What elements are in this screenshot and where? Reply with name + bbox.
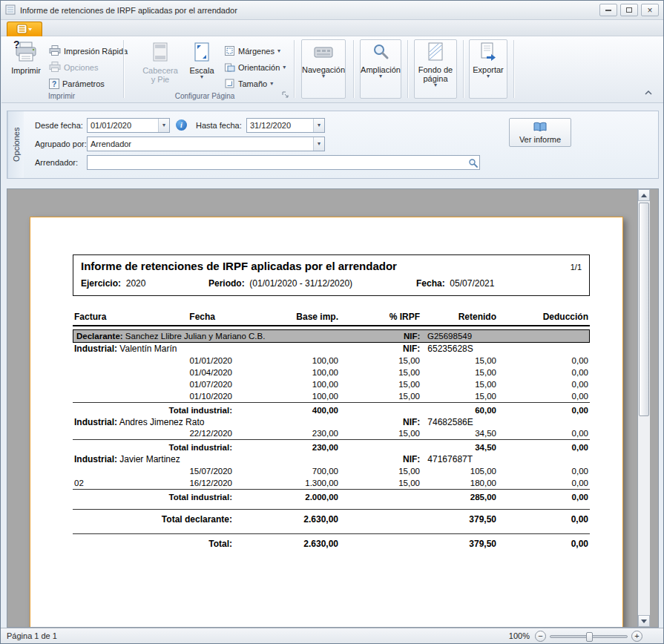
minimize-icon xyxy=(605,10,611,11)
declarante-name: Sanchez Llibre Julian y Mariano C.B. xyxy=(125,332,266,341)
dialog-launcher-icon[interactable] xyxy=(282,91,289,99)
cabecera-label-2: y Pie xyxy=(151,75,169,84)
zoom-out-button[interactable]: − xyxy=(535,631,546,642)
fondo-pagina-button[interactable]: Fondo de página ▾ xyxy=(414,39,457,99)
orientacion-button[interactable]: Orientación ▾ xyxy=(224,60,286,75)
margenes-button[interactable]: Márgenes ▾ xyxy=(224,44,280,59)
data-row: 15/07/2020 700,00 15,00 105,00 0,00 xyxy=(73,465,590,477)
group-divider xyxy=(294,40,295,98)
group-divider xyxy=(407,40,408,98)
agrupado-combo[interactable]: Arrendador ▾ xyxy=(87,137,325,151)
fecha-value: 05/07/2021 xyxy=(450,278,494,289)
industrial-name: Valentín Marín xyxy=(119,344,177,354)
opciones-label: Opciones xyxy=(64,63,98,72)
nif-label: NIF: xyxy=(403,417,420,427)
col-fecha: Fecha xyxy=(128,311,234,326)
zoom-level: 100% xyxy=(509,631,530,640)
industrial-row: Industrial: Javier Martinez NIF: 4716768… xyxy=(73,453,590,465)
total-industrial-row: Total industrial: 230,00 34,50 0,00 xyxy=(73,440,590,454)
data-row: 01/10/2020 100,00 15,00 15,00 0,00 xyxy=(73,390,590,402)
hasta-fecha-dropdown[interactable]: ▾ xyxy=(313,119,324,132)
report-icon xyxy=(533,122,547,134)
info-icon[interactable]: i xyxy=(176,119,187,131)
desde-fecha-combo[interactable]: 01/01/2020 ▾ xyxy=(87,118,170,133)
collapse-ribbon-button[interactable] xyxy=(642,87,655,98)
ver-informe-label: Ver informe xyxy=(519,135,561,144)
periodo-value: (01/01/2020 - 31/12/2020) xyxy=(249,278,352,289)
preview-area: Informe de retenciones de IRPF aplicadas… xyxy=(7,188,659,628)
scrollbar-thumb[interactable] xyxy=(639,203,649,416)
export-icon xyxy=(479,42,497,63)
orientation-icon xyxy=(224,62,235,74)
vertical-scrollbar[interactable] xyxy=(637,189,650,627)
scroll-down-button[interactable] xyxy=(638,615,650,627)
close-button[interactable]: × xyxy=(641,4,659,16)
cabecera-pie-button[interactable]: Cabecera y Pie xyxy=(139,39,181,91)
nif-label: NIF: xyxy=(404,332,420,341)
agrupado-value: Arrendador xyxy=(88,137,313,151)
imprimir-button[interactable]: ? Imprimir xyxy=(6,39,46,91)
scale-icon xyxy=(193,42,211,64)
zoom-slider-thumb[interactable] xyxy=(586,632,593,642)
options-panel: Opciones Desde fecha: 01/01/2020 ▾ i Has… xyxy=(7,111,659,179)
ampliacion-button[interactable]: Ampliación ▾ xyxy=(360,39,401,99)
app-menu-button[interactable] xyxy=(7,22,42,36)
parametros-label: Parámetros xyxy=(62,79,105,88)
search-icon[interactable] xyxy=(467,157,479,168)
maximize-button[interactable] xyxy=(620,4,638,16)
impresion-rapida-button[interactable]: Impresión Rápida xyxy=(49,44,128,59)
table-header-row: Factura Fecha Base imp. % IRPF Retenido … xyxy=(73,311,590,326)
industrial-row: Industrial: Andres Jimenez Rato NIF: 746… xyxy=(73,416,590,428)
window-icon xyxy=(5,4,16,16)
spacer-row xyxy=(73,503,590,510)
parameters-icon: ? xyxy=(49,79,59,89)
spacer-row xyxy=(73,527,590,533)
scroll-up-button[interactable] xyxy=(638,189,650,201)
group-divider xyxy=(353,40,354,98)
margenes-label: Márgenes xyxy=(238,47,275,56)
titlebar: Informe de retenciones de IRPF aplicadas… xyxy=(1,1,663,20)
size-icon xyxy=(224,78,235,91)
page-background-icon xyxy=(427,42,444,63)
grand-total-row: Total: 2.630,00 379,50 0,00 xyxy=(73,533,590,551)
parametros-button[interactable]: ? Parámetros xyxy=(49,76,105,91)
data-row: 22/12/2020 230,00 15,00 34,50 0,00 xyxy=(73,428,590,440)
opciones-button[interactable]: Opciones xyxy=(49,60,98,75)
options-tab[interactable]: Opciones xyxy=(7,111,24,178)
imprimir-group-caption: Imprimir xyxy=(1,92,122,100)
desde-fecha-value: 01/01/2020 xyxy=(88,119,158,132)
col-factura: Factura xyxy=(73,311,128,326)
zoom-slider[interactable] xyxy=(550,635,628,638)
report-page: Informe de retenciones de IRPF aplicadas… xyxy=(30,217,623,628)
col-retenido: Retenido xyxy=(421,311,498,326)
arrendador-input[interactable] xyxy=(87,155,480,170)
hasta-fecha-combo[interactable]: 31/12/2020 ▾ xyxy=(246,118,325,133)
ejercicio-value: 2020 xyxy=(126,278,146,289)
col-base: Base imp. xyxy=(234,311,340,326)
dropdown-arrow-icon: ▾ xyxy=(434,83,437,88)
arrow-down-icon xyxy=(641,620,647,623)
exportar-button[interactable]: Exportar ▾ xyxy=(469,39,507,99)
tamano-button[interactable]: Tamaño ▾ xyxy=(224,76,273,91)
zoom-in-button[interactable]: + xyxy=(631,631,642,642)
window-title: Informe de retenciones de IRPF aplicadas… xyxy=(20,6,596,15)
escala-button[interactable]: Escala ▾ xyxy=(184,39,220,91)
industrial-name: Javier Martinez xyxy=(119,454,180,464)
print-options-icon xyxy=(49,62,61,73)
agrupado-dropdown[interactable]: ▾ xyxy=(313,137,324,151)
header-footer-icon xyxy=(151,42,169,64)
ver-informe-button[interactable]: Ver informe xyxy=(509,118,571,147)
navegacion-button[interactable]: Navegación ▾ xyxy=(301,39,346,99)
navigation-icon xyxy=(313,42,334,63)
ejercicio-label: Ejercicio: xyxy=(81,278,121,289)
quick-print-icon xyxy=(49,45,61,57)
industrial-label: Industrial: xyxy=(74,454,117,464)
desde-fecha-dropdown[interactable]: ▾ xyxy=(158,119,169,132)
industrial-nif: 65235628S xyxy=(427,344,473,354)
dropdown-arrow-icon: ▾ xyxy=(162,123,165,128)
industrial-name: Andres Jimenez Rato xyxy=(119,417,205,427)
impresion-rapida-label: Impresión Rápida xyxy=(64,47,128,56)
minimize-button[interactable] xyxy=(599,4,617,16)
industrial-label: Industrial: xyxy=(74,344,117,354)
dropdown-arrow-icon: ▾ xyxy=(318,142,321,146)
